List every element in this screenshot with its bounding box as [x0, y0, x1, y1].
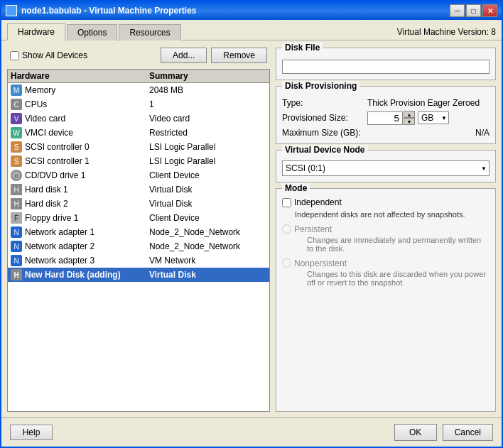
hw-icon: ○: [11, 170, 22, 181]
persistent-radio[interactable]: [282, 224, 291, 234]
hw-icon: H: [11, 184, 22, 195]
hw-name: CPUs: [25, 99, 149, 109]
show-all-devices-checkbox[interactable]: Show All Devices: [10, 50, 87, 60]
table-row[interactable]: NNetwork adapter 3VM Network: [8, 253, 269, 268]
disk-provisioning-title: Disk Provisioning: [282, 81, 359, 91]
title-bar: node1.babulab - Virtual Machine Properti…: [1, 1, 502, 20]
nonpersistent-label: Nonpersistent: [294, 258, 490, 268]
hw-summary: LSI Logic Parallel: [149, 142, 266, 152]
disk-file-input[interactable]: [282, 60, 490, 74]
bottom-bar: Help OK Cancel: [1, 417, 502, 447]
hw-icon: H: [11, 269, 22, 280]
spinner-buttons: ▲ ▼: [404, 111, 415, 125]
persistent-row: Persistent Changes are immediately and p…: [282, 224, 490, 253]
table-row[interactable]: NNetwork adapter 1Node_2_Node_Network: [8, 225, 269, 239]
hw-icon: N: [11, 241, 22, 252]
provisioned-size-label: Provisioned Size:: [282, 113, 367, 123]
right-panel: Disk File Disk Provisioning Type: Thick …: [276, 46, 496, 412]
show-all-devices-input[interactable]: [10, 51, 19, 60]
hw-summary: Video card: [149, 114, 266, 124]
max-size-value: N/A: [367, 128, 490, 138]
add-remove-bar: Add... Remove: [161, 48, 267, 63]
persistent-desc: Changes are immediately and permanently …: [307, 236, 490, 253]
hw-name: Memory: [25, 85, 149, 95]
hw-icon: M: [11, 84, 22, 96]
hw-summary: Virtual Disk: [149, 185, 266, 195]
independent-desc: Independent disks are not affected by sn…: [295, 210, 490, 219]
hw-icon: W: [11, 127, 22, 138]
tab-resources[interactable]: Resources: [119, 24, 180, 40]
hw-icon: V: [11, 113, 22, 124]
disk-file-title: Disk File: [282, 43, 323, 53]
hw-summary: LSI Logic Parallel: [149, 156, 266, 166]
disk-provisioning-group: Disk Provisioning Type: Thick Provision …: [276, 86, 496, 144]
hw-summary: Restricted: [149, 128, 266, 138]
spinner-up[interactable]: ▲: [404, 111, 415, 118]
hw-summary: Virtual Disk: [149, 199, 266, 209]
independent-label: Independent: [294, 197, 342, 207]
spinner-down[interactable]: ▼: [404, 118, 415, 125]
show-all-devices-label: Show All Devices: [22, 50, 87, 60]
content-area: Show All Devices Add... Remove Hardware …: [1, 40, 502, 417]
hw-name: Floppy drive 1: [25, 213, 149, 223]
type-row: Type: Thick Provision Eager Zeroed: [282, 98, 490, 108]
persistent-label: Persistent: [294, 224, 490, 234]
hw-icon: H: [11, 198, 22, 209]
ok-button[interactable]: OK: [394, 424, 437, 441]
vdn-select[interactable]: SCSI (0:1) SCSI (0:0) SCSI (1:0): [282, 160, 490, 176]
maximize-button[interactable]: □: [466, 4, 481, 17]
table-row[interactable]: HHard disk 1Virtual Disk: [8, 182, 269, 197]
table-row[interactable]: CCPUs1: [8, 97, 269, 111]
provisioned-size-input[interactable]: [367, 111, 403, 125]
bottom-right: OK Cancel: [394, 424, 493, 441]
vdn-select-wrapper: SCSI (0:1) SCSI (0:0) SCSI (1:0): [282, 160, 490, 176]
col-header-summary: Summary: [149, 71, 266, 81]
table-header: Hardware Summary: [8, 70, 269, 83]
independent-checkbox[interactable]: [282, 198, 291, 207]
remove-button[interactable]: Remove: [211, 48, 267, 63]
hw-name: Network adapter 2: [25, 241, 149, 251]
tab-hardware[interactable]: Hardware: [7, 23, 65, 40]
add-button[interactable]: Add...: [161, 48, 207, 63]
mode-title: Mode: [282, 183, 310, 193]
table-row[interactable]: VVideo cardVideo card: [8, 111, 269, 126]
table-row[interactable]: SSCSI controller 1LSI Logic Parallel: [8, 154, 269, 168]
minimize-button[interactable]: ─: [450, 4, 465, 17]
table-row[interactable]: SSCSI controller 0LSI Logic Parallel: [8, 140, 269, 154]
hardware-rows: MMemory2048 MBCCPUs1VVideo cardVideo car…: [8, 83, 269, 282]
hw-name: VMCI device: [25, 128, 149, 138]
independent-row: Independent: [282, 197, 490, 207]
cancel-button[interactable]: Cancel: [443, 424, 493, 441]
window-controls: ─ □ ✕: [450, 4, 497, 17]
help-button[interactable]: Help: [10, 425, 53, 440]
table-row[interactable]: HHard disk 2Virtual Disk: [8, 197, 269, 211]
provisioned-size-row: Provisioned Size: ▲ ▼ GB MB: [282, 111, 490, 125]
show-devices-bar: Show All Devices Add... Remove: [7, 46, 270, 65]
hw-icon: F: [11, 212, 22, 224]
hw-name: CD/DVD drive 1: [25, 170, 149, 180]
hw-name: Hard disk 2: [25, 199, 149, 209]
size-unit-select[interactable]: GB MB: [418, 111, 449, 124]
nonpersistent-radio[interactable]: [282, 258, 291, 268]
table-row[interactable]: HNew Hard Disk (adding)Virtual Disk: [8, 268, 269, 282]
hardware-table: Hardware Summary MMemory2048 MBCCPUs1VVi…: [7, 69, 270, 412]
hw-name: New Hard Disk (adding): [25, 270, 149, 280]
virtual-device-node-group: Virtual Device Node SCSI (0:1) SCSI (0:0…: [276, 150, 496, 182]
window-title: node1.babulab - Virtual Machine Properti…: [21, 6, 197, 16]
tab-options[interactable]: Options: [67, 24, 117, 40]
nonpersistent-desc: Changes to this disk are discarded when …: [307, 270, 490, 287]
table-row[interactable]: WVMCI deviceRestricted: [8, 126, 269, 140]
hw-summary: Virtual Disk: [149, 270, 266, 280]
table-row[interactable]: ○CD/DVD drive 1Client Device: [8, 168, 269, 182]
hw-summary: Client Device: [149, 213, 266, 223]
disk-file-group: Disk File: [276, 48, 496, 80]
hw-name: Network adapter 3: [25, 256, 149, 266]
hw-summary: 2048 MB: [149, 85, 266, 95]
table-row[interactable]: MMemory2048 MB: [8, 83, 269, 97]
hw-icon: N: [11, 226, 22, 238]
main-window: node1.babulab - Virtual Machine Properti…: [0, 0, 503, 448]
table-row[interactable]: FFloppy drive 1Client Device: [8, 211, 269, 225]
table-row[interactable]: NNetwork adapter 2Node_2_Node_Network: [8, 239, 269, 253]
close-button[interactable]: ✕: [482, 4, 497, 17]
hw-name: SCSI controller 0: [25, 142, 149, 152]
